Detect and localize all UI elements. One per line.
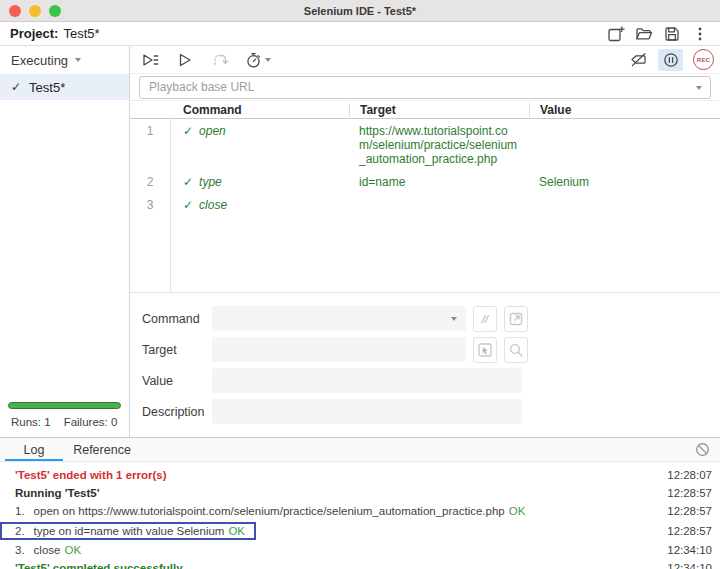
command-value	[529, 198, 720, 212]
project-label: Project:	[10, 26, 58, 41]
row-number: 3	[130, 198, 170, 212]
record-button[interactable]: REC	[693, 49, 714, 70]
step-passed-check-icon: ✓	[183, 198, 193, 212]
traffic-lights	[9, 5, 61, 17]
project-name: Test5*	[63, 26, 99, 41]
test-name: Test5*	[29, 80, 65, 95]
log-entries: 'Test5' ended with 1 error(s) 12:28:07 R…	[0, 462, 720, 569]
tests-sidebar: Executing ✓ Test5* Runs: 1 Failures: 0	[0, 46, 130, 437]
close-window-button[interactable]	[9, 5, 21, 17]
search-target-button[interactable]	[504, 337, 528, 363]
log-timestamp: 12:28:57	[667, 487, 712, 499]
column-header-command: Command	[170, 103, 349, 117]
target-input[interactable]	[212, 337, 466, 362]
run-current-test-button[interactable]	[175, 50, 195, 70]
step-passed-check-icon: ✓	[183, 124, 193, 138]
command-select[interactable]	[212, 306, 466, 331]
target-field-label: Target	[142, 343, 212, 357]
log-entry: 1. open on https://www.tutorialspoint.co…	[0, 502, 720, 520]
tests-view-label: Executing	[11, 53, 68, 68]
log-tabbar: Log Reference	[0, 438, 720, 462]
command-edit-form: Command // Target	[130, 292, 720, 437]
command-name: open	[199, 124, 226, 138]
command-value	[529, 124, 720, 166]
table-row[interactable]: 3 ✓ close	[130, 193, 720, 216]
value-field-label: Value	[142, 374, 212, 388]
playback-toolbar: REC	[130, 46, 720, 74]
sidebar-item-test5[interactable]: ✓ Test5*	[0, 74, 129, 100]
new-project-icon[interactable]	[606, 24, 626, 44]
runs-count: Runs: 1	[11, 416, 51, 428]
window-titlebar: Selenium IDE - Test5*	[0, 0, 720, 22]
tab-reference[interactable]: Reference	[68, 438, 136, 461]
log-entry-highlight-box: 2. type on id=name with value SeleniumOK	[0, 522, 256, 540]
log-message-text: type on id=name with value Selenium	[34, 525, 225, 537]
description-field-label: Description	[142, 405, 212, 419]
row-number: 2	[130, 175, 170, 189]
log-step-number: 1.	[15, 505, 25, 517]
column-header-value: Value	[529, 103, 720, 117]
test-speed-control[interactable]	[245, 51, 271, 69]
disable-breakpoints-button[interactable]	[628, 50, 648, 70]
log-entry: Running 'Test5' 12:28:57	[0, 484, 720, 502]
command-target: id=name	[349, 175, 529, 189]
log-panel: Log Reference 'Test5' ended with 1 error…	[0, 437, 720, 569]
chevron-down-icon	[265, 58, 271, 62]
row-number-divider	[170, 119, 171, 292]
clear-log-icon[interactable]	[695, 442, 710, 457]
log-timestamp: 12:28:07	[667, 469, 712, 481]
chevron-down-icon[interactable]	[696, 86, 702, 90]
row-number: 1	[130, 124, 170, 166]
run-summary: Runs: 1 Failures: 0	[0, 402, 129, 437]
log-step-number: 2.	[15, 525, 25, 537]
failures-count: Failures: 0	[64, 416, 118, 428]
maximize-window-button[interactable]	[49, 5, 61, 17]
log-timestamp: 12:28:57	[667, 525, 712, 537]
test-passed-check-icon: ✓	[11, 80, 21, 94]
record-button-label: REC	[697, 57, 710, 63]
save-project-icon[interactable]	[662, 24, 682, 44]
chevron-down-icon	[75, 58, 81, 62]
pause-on-exceptions-button[interactable]	[658, 49, 683, 71]
table-row[interactable]: 2 ✓ type id=name Selenium	[130, 170, 720, 193]
log-ok-status: OK	[509, 505, 526, 517]
value-input[interactable]	[212, 368, 522, 393]
step-passed-check-icon: ✓	[183, 175, 193, 189]
playback-base-url-input[interactable]	[139, 76, 711, 99]
base-url-row	[130, 74, 720, 101]
open-new-window-button[interactable]	[504, 306, 528, 332]
stopwatch-icon	[245, 51, 262, 69]
log-entry: 2. type on id=name with value SeleniumOK…	[0, 520, 720, 541]
column-header-target: Target	[349, 103, 529, 117]
description-input[interactable]	[212, 399, 522, 424]
tests-view-dropdown[interactable]: Executing	[0, 46, 129, 74]
run-all-tests-button[interactable]	[140, 50, 160, 70]
log-ok-status: OK	[228, 525, 245, 537]
log-message: type on id=name with value SeleniumOK	[34, 525, 245, 537]
log-timestamp: 12:34:10	[667, 544, 712, 556]
log-entry: 3. closeOK 12:34:10	[0, 541, 720, 559]
kebab-menu-icon[interactable]	[690, 24, 710, 44]
table-row[interactable]: 1 ✓ open https://www.tutorialspoint.com/…	[130, 119, 720, 170]
select-target-button[interactable]	[473, 337, 497, 363]
main-area: Executing ✓ Test5* Runs: 1 Failures: 0	[0, 46, 720, 437]
command-name: close	[199, 198, 227, 212]
log-timestamp: 12:34:10	[667, 562, 712, 569]
log-message: open on https://www.tutorialspoint.com/s…	[34, 505, 526, 517]
comment-toggle-button[interactable]: //	[473, 306, 497, 332]
command-value: Selenium	[529, 175, 720, 189]
test-progress-bar	[8, 402, 121, 409]
log-ok-status: OK	[64, 544, 81, 556]
minimize-window-button[interactable]	[29, 5, 41, 17]
open-project-icon[interactable]	[634, 24, 654, 44]
command-target: https://www.tutorialspoint.com/selenium/…	[349, 124, 529, 166]
log-entry: 'Test5' ended with 1 error(s) 12:28:07	[0, 466, 720, 484]
log-message-text: close	[34, 544, 61, 556]
log-message: 'Test5' completed successfully	[15, 562, 183, 569]
log-step-number: 3.	[15, 544, 25, 556]
tab-log[interactable]: Log	[0, 438, 68, 461]
test-editor: REC Command Target Value 1 ✓	[130, 46, 720, 437]
tab-reference-label: Reference	[73, 443, 131, 457]
step-over-button[interactable]	[210, 50, 230, 70]
command-field-label: Command	[142, 312, 212, 326]
